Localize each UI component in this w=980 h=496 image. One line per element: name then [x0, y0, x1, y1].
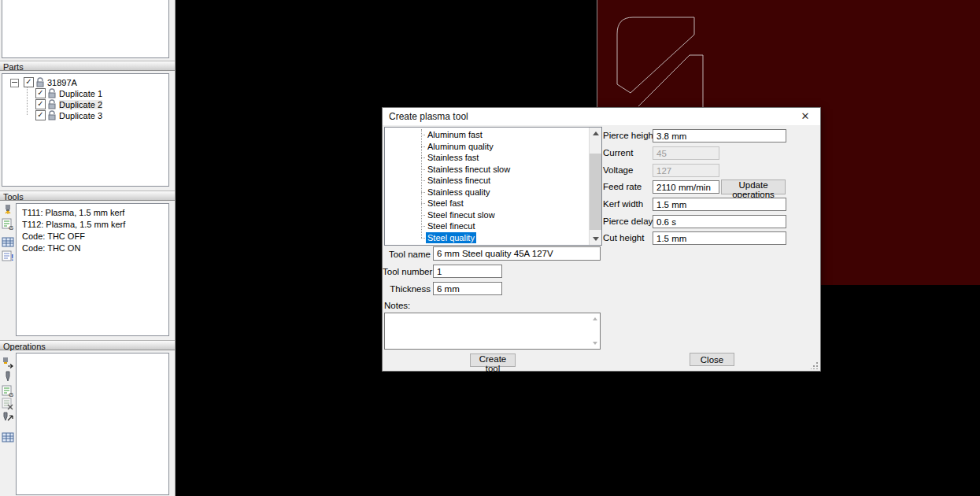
sheets-list[interactable] [2, 0, 169, 58]
parts-panel-header: Parts [0, 61, 175, 71]
kerf-width-input[interactable] [653, 198, 786, 211]
dialog-title: Create plasma tool [389, 111, 468, 122]
tool-item[interactable]: Code: THC OFF [22, 231, 85, 241]
preset-item-selected[interactable]: Steel quality [385, 232, 590, 244]
voltage-input [653, 164, 719, 177]
create-plasma-tool-dialog: Create plasma tool ✕ Aluminum fast Alumi… [382, 107, 821, 372]
collapse-icon[interactable] [10, 79, 19, 87]
preset-item[interactable]: Stainless fast [385, 152, 590, 164]
pierce-delay-input[interactable] [653, 215, 786, 228]
close-button[interactable]: Close [690, 353, 734, 366]
list-delete-icon[interactable] [2, 398, 14, 410]
scroll-down-icon[interactable] [593, 342, 597, 345]
tools-panel-title: Tools [3, 192, 24, 202]
notes-label: Notes: [384, 301, 410, 310]
preset-item[interactable]: Aluminum fast [385, 129, 590, 141]
pierce-delay-label: Pierce delay [603, 217, 653, 226]
tool-number-label: Tool number [383, 267, 431, 276]
preset-list[interactable]: Aluminum fast Aluminum quality Stainless… [384, 127, 602, 246]
preset-item[interactable]: Stainless finecut slow [385, 164, 590, 176]
tool-name-label: Tool name [383, 250, 431, 259]
tool-name-input[interactable] [433, 246, 601, 261]
gcode-list-icon[interactable]: G [2, 218, 14, 231]
tools-list[interactable]: T111: Plasma, 1.5 mm kerf T112: Plasma, … [16, 203, 169, 336]
gcode-list-icon[interactable]: G [2, 385, 14, 398]
plasma-torch-icon[interactable] [2, 204, 14, 217]
operations-list[interactable] [16, 353, 169, 495]
pierce-height-label: Pierce height [603, 131, 656, 140]
scroll-down-icon[interactable] [593, 237, 599, 241]
parts-tree[interactable]: ✓ 31897A ✓ Duplicate 1 ✓ Duplicate 2 ✓ D… [2, 73, 169, 187]
table-icon[interactable] [2, 236, 14, 249]
part-name[interactable]: Duplicate 3 [59, 111, 102, 120]
part-checkbox[interactable]: ✓ [35, 110, 46, 120]
scroll-up-icon[interactable] [593, 131, 599, 135]
tool-item[interactable]: Code: THC ON [22, 243, 80, 253]
table-icon[interactable] [2, 431, 14, 444]
list-alert-icon[interactable]: ! [2, 250, 14, 263]
part-checkbox[interactable]: ✓ [24, 77, 34, 87]
tool-item[interactable]: T112: Plasma, 1.5 mm kerf [22, 220, 125, 229]
scrollbar-thumb[interactable] [590, 154, 601, 230]
preset-item[interactable]: Steel fast [385, 198, 590, 209]
unlock-icon [47, 88, 57, 98]
svg-text:G: G [9, 224, 13, 231]
thickness-label: Thickness [383, 284, 431, 294]
sidebar: Parts ✓ 31897A ✓ Duplicate 1 ✓ Duplicate… [0, 0, 176, 496]
preset-item[interactable]: Steel finecut slow [385, 209, 590, 221]
current-label: Current [603, 148, 633, 157]
current-input [653, 146, 719, 160]
drill-export-icon[interactable] [2, 411, 14, 424]
close-icon[interactable]: ✕ [790, 108, 820, 125]
part-name[interactable]: 31897A [47, 78, 77, 87]
tool-item[interactable]: T111: Plasma, 1.5 mm kerf [22, 208, 124, 217]
pierce-height-input[interactable] [653, 129, 786, 143]
part-name[interactable]: Duplicate 2 [59, 100, 102, 109]
resize-grip[interactable] [811, 361, 819, 369]
tools-panel-header: Tools [0, 191, 175, 201]
part-name[interactable]: Duplicate 1 [59, 89, 102, 98]
unlock-icon [35, 77, 45, 87]
preset-item[interactable]: Aluminum quality [385, 141, 590, 153]
notes-textarea[interactable] [384, 313, 601, 350]
create-tool-button[interactable]: Create tool [470, 353, 516, 367]
parts-panel-title: Parts [3, 62, 24, 72]
update-operations-button[interactable]: Update operations [721, 180, 786, 194]
preset-item[interactable]: Stainless finecut [385, 175, 590, 187]
preset-scrollbar[interactable] [589, 128, 601, 245]
unlock-icon [47, 110, 57, 120]
cut-height-input[interactable] [653, 231, 786, 245]
voltage-label: Voltage [603, 165, 633, 175]
unlock-icon [47, 99, 57, 109]
svg-text:G: G [9, 391, 13, 398]
tool-number-input[interactable] [433, 265, 502, 278]
feed-rate-label: Feed rate [603, 182, 642, 191]
preset-item[interactable]: Stainless quality [385, 187, 590, 198]
dialog-titlebar[interactable]: Create plasma tool [383, 108, 820, 125]
part-checkbox[interactable]: ✓ [35, 99, 46, 109]
scroll-up-icon[interactable] [593, 317, 597, 320]
torch-move-icon[interactable] [2, 357, 14, 369]
preset-item[interactable]: Steel finecut [385, 220, 590, 232]
svg-text:!: ! [11, 254, 13, 262]
drill-bit-icon[interactable] [2, 371, 14, 383]
kerf-width-label: Kerf width [603, 199, 643, 209]
feed-rate-input[interactable] [653, 180, 719, 194]
cut-height-label: Cut height [603, 233, 644, 242]
tree-connector [27, 87, 28, 115]
part-checkbox[interactable]: ✓ [35, 88, 46, 98]
thickness-input[interactable] [433, 282, 502, 295]
operations-panel-header: Operations [0, 340, 175, 350]
operations-panel-title: Operations [3, 342, 46, 351]
